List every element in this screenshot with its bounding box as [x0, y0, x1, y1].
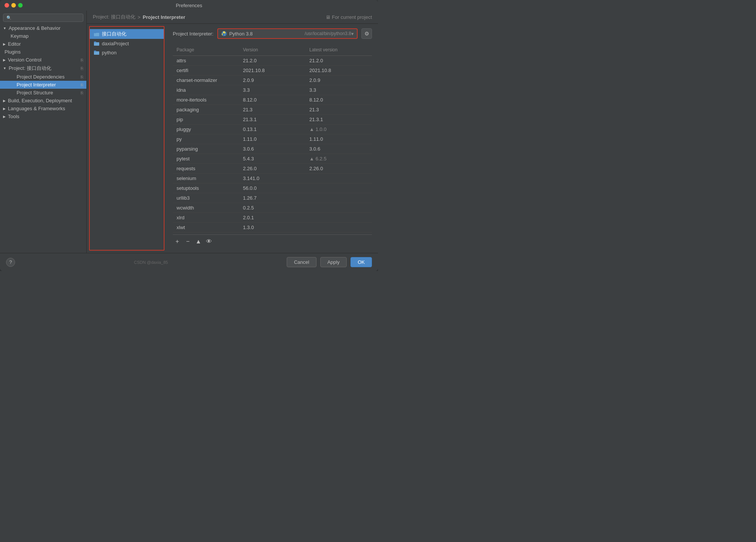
package-name: wcwidth — [173, 203, 239, 212]
traffic-lights — [5, 3, 23, 8]
table-header: Package Version Latest version — [173, 44, 372, 56]
sidebar-item-plugins[interactable]: Plugins — [0, 48, 86, 56]
svg-rect-0 — [94, 33, 99, 36]
sidebar-item-build[interactable]: ▶ Build, Execution, Deployment — [0, 97, 86, 105]
package-version: 2.0.1 — [239, 213, 306, 222]
package-name: urllib3 — [173, 193, 239, 203]
package-name: xlwt — [173, 223, 239, 232]
content-area: 🔍 ▼ Appearance & Behavior Keymap ▶ Edito… — [0, 11, 378, 253]
table-row[interactable]: urllib31.26.7 — [173, 193, 372, 203]
package-latest: 21.2.0 — [306, 56, 372, 65]
copy-icon: ⎘ — [81, 83, 83, 87]
interpreter-select[interactable]: Python 3.8 /usr/local/bin/python3.8 ▾ — [217, 28, 358, 39]
sidebar-item-languages[interactable]: ▶ Languages & Frameworks — [0, 105, 86, 112]
package-version: 8.12.0 — [239, 95, 306, 105]
show-early-releases-button[interactable]: 👁 — [204, 237, 214, 246]
table-row[interactable]: charset-normalizer2.0.92.0.9 — [173, 75, 372, 85]
svg-rect-5 — [94, 51, 96, 52]
sidebar-item-editor[interactable]: ▶ Editor — [0, 40, 86, 48]
cancel-button[interactable]: Cancel — [287, 257, 316, 267]
add-package-button[interactable]: + — [173, 237, 182, 246]
table-row[interactable]: pytest5.4.3▲ 6.2.5 — [173, 154, 372, 164]
sidebar-item-appearance[interactable]: ▼ Appearance & Behavior — [0, 24, 86, 32]
sidebar-item-keymap[interactable]: Keymap — [0, 32, 86, 40]
sidebar-item-project-deps[interactable]: Project Dependencies ⎘ — [0, 73, 86, 81]
tree-item-jiekou[interactable]: 接口自动化 — [90, 29, 164, 39]
ok-button[interactable]: OK — [350, 257, 372, 267]
sidebar-item-project-interpreter[interactable]: Project Interpreter ⎘ — [0, 81, 86, 89]
table-row[interactable]: setuptools56.0.0 — [173, 183, 372, 193]
sidebar-item-label: Languages & Frameworks — [8, 106, 65, 111]
package-latest: 21.3.1 — [306, 115, 372, 124]
arrow-icon: ▼ — [3, 66, 6, 70]
help-button[interactable]: ? — [6, 258, 15, 267]
sidebar-item-project-structure[interactable]: Project Structure ⎘ — [0, 89, 86, 97]
maximize-button[interactable] — [18, 3, 23, 8]
package-latest: 2.0.9 — [306, 75, 372, 85]
interpreter-panel: Project Interpreter: Python 3.8 /usr/loc… — [167, 24, 378, 253]
table-row[interactable]: certifi2021.10.82021.10.8 — [173, 66, 372, 75]
package-version: 1.3.0 — [239, 223, 306, 232]
table-row[interactable]: pyparsing3.0.63.0.6 — [173, 144, 372, 154]
sidebar-item-version-control[interactable]: ▶ Version Control ⎘ — [0, 56, 86, 64]
apply-button[interactable]: Apply — [320, 257, 347, 267]
sidebar-item-label: Appearance & Behavior — [9, 25, 60, 31]
package-latest: 8.12.0 — [306, 95, 372, 105]
table-row[interactable]: py1.11.01.11.0 — [173, 134, 372, 144]
sidebar-item-project[interactable]: ▼ Project: 接口自动化 ⎘ — [0, 64, 86, 73]
table-row[interactable]: requests2.26.02.26.0 — [173, 164, 372, 174]
project-tree: 接口自动化 daxiaProject p — [89, 26, 164, 251]
table-row[interactable]: wcwidth0.2.5 — [173, 203, 372, 213]
table-row[interactable]: pluggy0.13.1▲ 1.0.0 — [173, 125, 372, 134]
table-row[interactable]: selenium3.141.0 — [173, 174, 372, 183]
copy-icon: ⎘ — [81, 75, 83, 79]
gear-icon: ⚙ — [364, 31, 369, 37]
interpreter-label: Project Interpreter: — [173, 31, 214, 37]
remove-package-button[interactable]: − — [183, 237, 192, 246]
package-version: 2021.10.8 — [239, 66, 306, 75]
package-latest — [306, 183, 372, 193]
table-row[interactable]: xlrd2.0.1 — [173, 213, 372, 223]
svg-rect-3 — [94, 42, 96, 43]
copy-icon: ⎘ — [81, 91, 83, 95]
sidebar-item-label: Project: 接口自动化 — [9, 65, 51, 72]
table-row[interactable]: idna3.33.3 — [173, 85, 372, 95]
package-name: pyparsing — [173, 144, 239, 154]
close-button[interactable] — [5, 3, 9, 8]
upgrade-package-button[interactable]: ▲ — [194, 237, 203, 246]
sidebar-item-tools[interactable]: ▶ Tools — [0, 112, 86, 120]
copy-icon: ⎘ — [81, 66, 83, 71]
breadcrumb-project: Project: 接口自动化 — [93, 14, 135, 20]
dropdown-arrow-icon: ▾ — [351, 31, 354, 37]
window-title: Preferences — [176, 3, 202, 8]
table-row[interactable]: attrs21.2.021.2.0 — [173, 56, 372, 66]
package-latest: 2021.10.8 — [306, 66, 372, 75]
table-row[interactable]: pip21.3.121.3.1 — [173, 115, 372, 125]
for-current-label: For current project — [332, 14, 372, 20]
tree-item-daxia[interactable]: daxiaProject — [90, 39, 164, 48]
sidebar-item-label: Project Dependencies — [17, 74, 65, 80]
tree-item-python[interactable]: python — [90, 48, 164, 57]
package-name: more-itertools — [173, 95, 239, 105]
package-latest — [306, 213, 372, 222]
watermark: CSDN @daxia_85 — [134, 260, 168, 265]
tree-item-label: python — [102, 50, 117, 55]
package-name: attrs — [173, 56, 239, 65]
svg-point-7 — [223, 32, 224, 33]
table-row[interactable]: xlwt1.3.0 — [173, 223, 372, 233]
search-box[interactable]: 🔍 — [3, 14, 83, 22]
package-name: charset-normalizer — [173, 75, 239, 85]
minimize-button[interactable] — [11, 3, 16, 8]
search-input[interactable] — [14, 15, 80, 20]
package-name: xlrd — [173, 213, 239, 222]
eye-icon: 👁 — [206, 238, 212, 245]
gear-button[interactable]: ⚙ — [361, 28, 372, 39]
sidebar-item-label: Project Structure — [17, 90, 53, 95]
table-row[interactable]: packaging21.321.3 — [173, 105, 372, 115]
arrow-icon: ▶ — [3, 58, 6, 62]
package-name: setuptools — [173, 183, 239, 193]
sidebar-item-label: Editor — [8, 41, 21, 47]
footer: ? CSDN @daxia_85 Cancel Apply OK — [0, 253, 378, 271]
table-row[interactable]: more-itertools8.12.08.12.0 — [173, 95, 372, 105]
col-version: Version — [239, 46, 306, 54]
